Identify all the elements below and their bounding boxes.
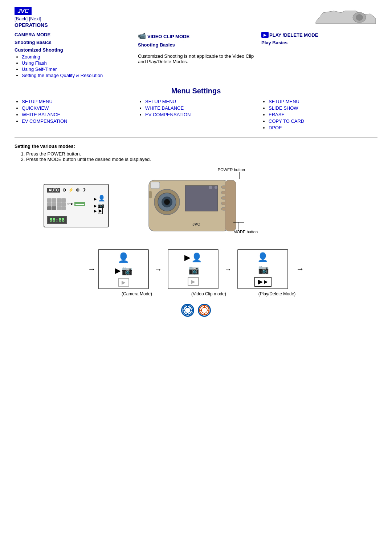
list-item[interactable]: QUICKVIEW [22, 105, 131, 111]
jvc-logo: JVC [15, 7, 48, 15]
play-mode-label: (Play/Delete Mode) [252, 291, 302, 296]
list-item[interactable]: WHITE BALANCE [22, 112, 131, 117]
setting-modes-section: Setting the various modes: Press the POW… [15, 143, 377, 162]
list-item[interactable]: SETUP MENU [269, 99, 377, 104]
image-quality-link: Setting the Image Quality & Resolution [22, 73, 103, 78]
svg-rect-7 [185, 186, 218, 211]
camera-mode-col: CAMERA MODE Shooting Basics Customized S… [15, 32, 131, 80]
nav-links[interactable]: [Back] [Next] [15, 16, 48, 21]
play-erase-link: ERASE [269, 112, 285, 117]
step-1: Press the POWER button. [26, 151, 377, 157]
section-title: OPERATIONS [15, 22, 48, 28]
play-mode-box: 👤 📷 ▶ ▶ [237, 249, 288, 289]
camera-mode-header: CAMERA MODE [15, 32, 131, 37]
camera-mode-box: 👤 ▶ 📷 ▶ [98, 249, 149, 289]
camera-wb-link: WHITE BALANCE [22, 112, 60, 117]
circle-icon-2 [198, 304, 211, 317]
camera-diagram: JVC POWER button MODE button [145, 169, 247, 242]
play-menu-settings: SETUP MENU SLIDE SHOW ERASE COPY TO CARD… [261, 99, 377, 132]
lcd-screen: AUTO ⊙ ⚡ ⊕ ☽ ☆★ ▬▬▬ ▶ 👤 ▶ 📷 [44, 184, 109, 227]
list-item[interactable]: WHITE BALANCE [145, 105, 254, 111]
video-shooting-basics[interactable]: Shooting Basics [138, 42, 254, 48]
video-setup-link: SETUP MENU [145, 99, 176, 104]
svg-point-25 [185, 307, 191, 313]
svg-point-18 [209, 186, 212, 189]
step-2: Press the MODE button until the desired … [26, 157, 377, 162]
play-mode-header: PLAY /DELETE MODE [261, 32, 377, 38]
list-item[interactable]: Using Flash [22, 60, 131, 66]
video-ev-link: EV COMPENSATION [145, 112, 191, 117]
mode-labels: (Camera Mode) (Video Clip mode) (Play/De… [15, 291, 377, 296]
list-item[interactable]: EV COMPENSATION [145, 112, 254, 117]
power-button-label: POWER button [218, 167, 245, 179]
list-item[interactable]: DPOF [269, 125, 377, 130]
self-timer-link: Using Self-Timer [22, 66, 57, 72]
camera-shooting-basics[interactable]: Shooting Basics [15, 40, 131, 45]
list-item[interactable]: COPY TO CARD [269, 118, 377, 124]
setting-modes-title: Setting the various modes: [15, 143, 377, 149]
play-slideshow-link: SLIDE SHOW [269, 105, 298, 111]
play-dpof-link: DPOF [269, 125, 282, 130]
svg-point-31 [201, 307, 207, 313]
camera-menu-list: Zooming Using Flash Using Self-Timer Set… [15, 54, 131, 78]
menu-settings-title: Menu Settings [15, 87, 377, 95]
camera-setup-link: SETUP MENU [22, 99, 53, 104]
bottom-icons [15, 304, 377, 317]
camera-ev-link: EV COMPENSATION [22, 118, 67, 124]
camera-quickview-link: QUICKVIEW [22, 105, 49, 111]
video-mode-header: 📹VIDEO CLIP MODE [138, 32, 254, 40]
camera-mode-label: (Camera Mode) [108, 291, 166, 296]
mode-button-label: MODE button [233, 222, 258, 234]
video-mode-label: (Video Clip mode) [183, 291, 234, 296]
svg-point-1 [356, 14, 363, 21]
list-item[interactable]: EV COMPENSATION [22, 118, 131, 124]
flash-link: Using Flash [22, 60, 47, 66]
video-mode-box: ▶ 👤 📷 ▶ [168, 249, 219, 289]
video-menu-settings: SETUP MENU WHITE BALANCE EV COMPENSATION [138, 99, 254, 132]
list-item[interactable]: SETUP MENU [22, 99, 131, 104]
customized-shooting-label: Customized Shooting [15, 47, 131, 53]
svg-text:JVC: JVC [192, 222, 200, 226]
play-setup-link: SETUP MENU [269, 99, 299, 104]
svg-point-19 [215, 186, 217, 189]
zooming-link: Zooming [22, 54, 40, 60]
list-item[interactable]: ERASE [269, 112, 377, 117]
circle-icon-1 [181, 304, 194, 317]
arrow-2: → [224, 265, 232, 274]
play-basics[interactable]: Play Basics [261, 40, 377, 45]
play-mode-icon [261, 32, 269, 38]
video-note: Customized Shooting is not applicable to… [138, 50, 254, 64]
svg-rect-8 [151, 182, 160, 189]
camera-logo-area [312, 7, 377, 28]
list-item[interactable]: SLIDE SHOW [269, 105, 377, 111]
camera-menu-settings: SETUP MENU QUICKVIEW WHITE BALANCE EV CO… [15, 99, 131, 132]
svg-rect-14 [149, 191, 152, 198]
list-item[interactable]: Setting the Image Quality & Resolution [22, 73, 131, 78]
mode-switch-diagram: → 👤 ▶ 📷 ▶ → ▶ 👤 📷 ▶ [15, 249, 377, 289]
play-mode-col: PLAY /DELETE MODE Play Basics [261, 32, 377, 80]
video-wb-link: WHITE BALANCE [145, 105, 184, 111]
arrow-1: → [155, 265, 162, 274]
svg-point-6 [164, 199, 170, 205]
list-item[interactable]: SETUP MENU [145, 99, 254, 104]
list-item[interactable]: Zooming [22, 54, 131, 60]
video-mode-col: 📹VIDEO CLIP MODE Shooting Basics Customi… [138, 32, 254, 80]
play-copy-link: COPY TO CARD [269, 118, 304, 124]
list-item[interactable]: Using Self-Timer [22, 66, 131, 72]
